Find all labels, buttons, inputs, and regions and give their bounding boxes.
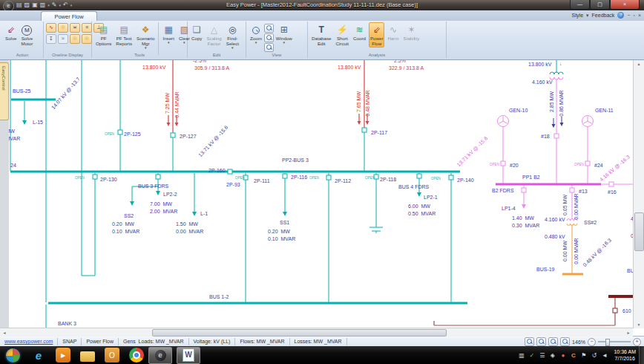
maximize-button[interactable]: ▢ (590, 0, 610, 10)
internet-explorer-icon[interactable]: e (31, 348, 46, 363)
generator-gen-11[interactable] (582, 116, 594, 127)
zoom-slider[interactable] (598, 341, 631, 342)
scenario-mgr-button[interactable]: ❖Scenario Mgr▾ (135, 22, 156, 51)
zoom-window-button[interactable] (264, 43, 274, 52)
zoom-in-button[interactable] (264, 24, 274, 33)
scroll-left-icon[interactable]: ◄ (1, 331, 7, 335)
generator-gen-10[interactable] (498, 116, 509, 127)
easypower-link[interactable]: www.easypower.com (0, 338, 58, 345)
zoom-plus-button[interactable]: + (633, 338, 641, 346)
outlook-icon[interactable]: O (105, 348, 119, 363)
scenario-mgr-icon: ❖ (142, 24, 150, 36)
scroll-down-icon[interactable]: ▼ (634, 322, 644, 327)
capacitor[interactable] (369, 227, 383, 231)
doc-minimize-button[interactable]: − (627, 12, 630, 19)
feeder-label: BUS 4 FDRS (398, 184, 429, 190)
vertical-scrollbar[interactable]: ▲ ▼ (633, 60, 644, 328)
oneline-toggle-button[interactable]: ≡ (82, 23, 92, 33)
minimize-button[interactable]: — (570, 0, 590, 10)
solve-button[interactable]: ⇙Solve (4, 22, 18, 42)
tray-menu-icon[interactable]: ☰ (539, 352, 545, 359)
pink-feeder-lines[interactable] (503, 79, 634, 219)
copy-button[interactable]: ❏Copy (190, 22, 203, 42)
stability-button: ✶Stability (402, 22, 421, 42)
easypower-taskbar-button[interactable]: e (148, 347, 172, 364)
chevron-down-icon[interactable]: ▾ (586, 12, 589, 19)
load-mvar: 0.00 MVAR (176, 229, 203, 235)
database-edit-button[interactable]: TDatabase Edit (310, 22, 333, 48)
teal-feeder-lines[interactable] (10, 60, 556, 329)
style-menu[interactable]: Style (572, 13, 584, 18)
tray-volume-icon[interactable]: ◄ (601, 352, 608, 359)
find-select-button[interactable]: ◎Find- Select▾ (225, 22, 240, 51)
load-mw: 0.20 MW (268, 229, 290, 235)
oneline-canvas[interactable]: BUS-25 L-15 0.00 MW 0.00 MVAR 14.07 kV @… (0, 59, 644, 337)
tray-record-icon[interactable]: ● (559, 352, 566, 359)
load-label: LP2-2 (163, 192, 177, 198)
switch-16 (609, 182, 614, 186)
insert-button[interactable]: ▦Insert▾ (161, 22, 175, 46)
zoom-minus-button[interactable]: − (588, 338, 596, 346)
chrome-icon[interactable] (129, 348, 144, 363)
power-flow-button[interactable]: ⇙Power Flow (369, 22, 385, 48)
stability-icon: ✶ (407, 24, 415, 36)
zoom-window-tool-button[interactable] (536, 337, 546, 346)
kv-annotation: 13.800 kV (528, 62, 552, 68)
oneline-toggle-button[interactable]: ↧ (46, 34, 56, 44)
oneline-toggle-button[interactable]: ∿ (46, 23, 56, 33)
clock-time: 10:36 AM (614, 348, 636, 355)
doc-close-button[interactable]: × (638, 12, 641, 19)
oneline-toggle-button[interactable]: ≈ (58, 34, 68, 44)
zoom-out-tool-button[interactable] (525, 337, 534, 346)
tray-sync-icon[interactable]: ↺ (591, 352, 597, 359)
zoom-fit-tool-button[interactable] (548, 337, 558, 346)
start-button[interactable] (4, 347, 22, 364)
tray-ccleaner-icon[interactable]: C (570, 352, 576, 359)
oneline-toggle-button[interactable]: ☉ (70, 34, 80, 44)
pf-text-reports-button[interactable]: ▤PF Text Reports (114, 22, 134, 48)
switch-18 (554, 134, 559, 138)
zoom-slider-thumb[interactable] (605, 339, 610, 346)
transformer-13800-4160[interactable] (550, 72, 563, 79)
vertical-scroll-thumb[interactable] (634, 212, 644, 251)
horizontal-scroll-thumb[interactable] (152, 329, 447, 337)
switch-610[interactable] (613, 308, 617, 313)
open-tag: OPEN (105, 132, 114, 136)
coord-button[interactable]: ≋Coord (352, 22, 367, 42)
tray-security-icon[interactable]: ✓ (528, 352, 535, 359)
close-button[interactable]: × (610, 0, 640, 10)
pf-options-button[interactable]: ▤PF Options (94, 22, 113, 48)
load-arrow-lp1-4-icon (522, 204, 526, 209)
short-circuit-button[interactable]: ⚡Short Circuit (335, 22, 351, 48)
horizontal-scrollbar[interactable]: ◄ ► (0, 328, 633, 337)
zoom-out-button[interactable] (264, 33, 274, 42)
oneline-toggle-button[interactable]: ☉ (58, 23, 68, 33)
show-desktop-button[interactable] (639, 346, 644, 364)
help-icon[interactable]: ? (617, 12, 624, 19)
oneline-toggle-button[interactable]: ☉ (82, 34, 92, 44)
tray-drive-icon[interactable]: ▥ (518, 352, 525, 359)
word-taskbar-button[interactable]: W (177, 347, 200, 364)
snap-indicator[interactable]: SNAP (58, 338, 82, 345)
solve-motor-button[interactable]: MSolve Motor (19, 22, 34, 48)
feedback-menu[interactable]: Feedback (592, 13, 615, 18)
tab-power-flow[interactable]: Power Flow (41, 11, 97, 22)
window-button[interactable]: ⊞Window▾ (275, 22, 294, 46)
switch-label: #16 (608, 189, 617, 195)
zoom-prev-tool-button[interactable] (560, 337, 570, 346)
oneline-toggle-button[interactable]: ≍ (70, 23, 80, 33)
down-arrow-icon: ↓ (559, 61, 562, 67)
load-mw: 6.00 MW (408, 204, 430, 209)
doc-restore-button[interactable]: ▫ (633, 12, 634, 19)
scroll-right-icon[interactable]: ► (625, 331, 631, 335)
zoom-button[interactable]: Zoom▾ (249, 22, 263, 46)
easycontrol-tab[interactable]: EasyControl (0, 62, 9, 120)
tray-flag-icon[interactable]: ⚑ (580, 352, 587, 359)
flow-mvar: 0.44 MVAR (174, 85, 180, 125)
scroll-up-icon[interactable]: ▲ (634, 62, 644, 66)
clock[interactable]: 10:36 AM 7/7/2016 (614, 348, 636, 362)
switch-20 (501, 161, 505, 166)
media-player-icon[interactable]: ▶ (56, 348, 70, 363)
explorer-folder-icon[interactable] (80, 351, 95, 362)
tray-app-icon[interactable]: ◈ (549, 352, 556, 359)
